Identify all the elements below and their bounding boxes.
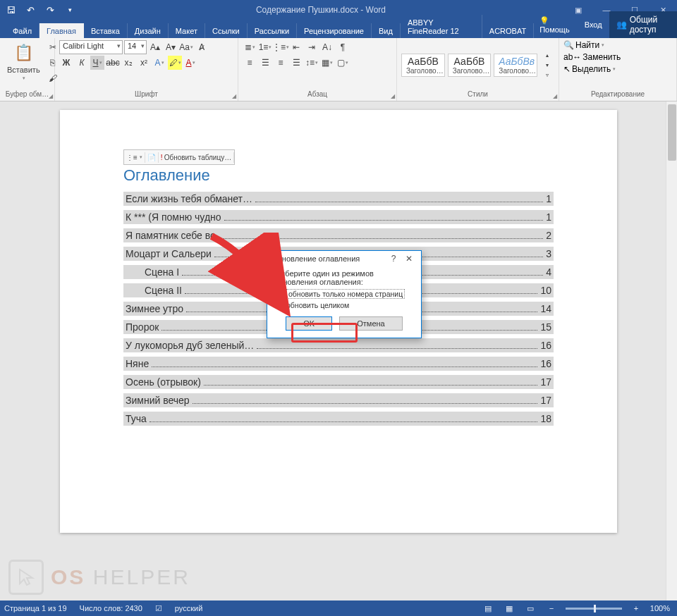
- cancel-button[interactable]: Отмена: [339, 316, 402, 331]
- tab-design[interactable]: Дизайн: [128, 23, 169, 38]
- replace-button[interactable]: ab↔Заменить: [563, 52, 621, 62]
- tab-view[interactable]: Вид: [372, 23, 401, 38]
- shading-icon[interactable]: ▦▾: [320, 56, 334, 70]
- help-button[interactable]: 💡 Помощь: [534, 13, 578, 37]
- multilevel-icon[interactable]: ⋮≡▾: [274, 40, 288, 54]
- underline-icon[interactable]: Ч▾: [90, 56, 104, 70]
- radio-update-page-numbers[interactable]: обновить только номера страниц: [274, 289, 414, 299]
- numbering-icon[interactable]: 1≡▾: [258, 40, 272, 54]
- tab-home[interactable]: Главная: [39, 23, 84, 38]
- subscript-icon[interactable]: x₂: [121, 56, 135, 70]
- toc-document-icon[interactable]: 📄: [145, 152, 159, 163]
- status-page[interactable]: Страница 1 из 19: [4, 604, 67, 612]
- select-button[interactable]: ↖Выделить▾: [563, 64, 616, 74]
- font-color-icon[interactable]: A▾: [183, 56, 197, 70]
- line-spacing-icon[interactable]: ↕≡▾: [305, 56, 319, 70]
- undo-icon[interactable]: ↶: [23, 2, 38, 18]
- show-marks-icon[interactable]: ¶: [336, 40, 350, 54]
- toc-menu-icon[interactable]: ⋮≡▾: [124, 152, 145, 163]
- align-right-icon[interactable]: ≡: [274, 56, 288, 70]
- qat-customize-icon[interactable]: ▾: [62, 2, 78, 18]
- style-heading3[interactable]: АаБбВв Заголово…: [494, 54, 537, 77]
- select-label: Выделить: [572, 64, 611, 74]
- toc-entry[interactable]: Если жизнь тебя обманет…1: [123, 192, 554, 206]
- strike-icon[interactable]: abc: [106, 56, 120, 70]
- styles-launcher-icon[interactable]: ◢: [553, 93, 557, 99]
- radio-update-entire[interactable]: обновить целиком: [274, 300, 414, 309]
- clear-format-icon[interactable]: A̷: [195, 40, 209, 54]
- radio-input-2[interactable]: [274, 300, 283, 309]
- toc-entry[interactable]: Няне16: [123, 357, 554, 371]
- font-size-combo[interactable]: 14: [124, 40, 147, 54]
- status-proofing-icon[interactable]: ☑: [155, 604, 162, 613]
- ok-button[interactable]: OK: [286, 316, 332, 331]
- shrink-font-icon[interactable]: A▾: [164, 40, 178, 54]
- find-button[interactable]: 🔍Найти▾: [563, 40, 604, 50]
- sort-icon[interactable]: A↓: [320, 40, 334, 54]
- increase-indent-icon[interactable]: ⇥: [305, 40, 319, 54]
- font-name-combo[interactable]: Calibri Light: [59, 40, 123, 54]
- italic-icon[interactable]: К: [75, 56, 89, 70]
- bold-icon[interactable]: Ж: [59, 56, 73, 70]
- styles-expand-icon[interactable]: ▿: [540, 70, 554, 80]
- change-case-icon[interactable]: Aa▾: [179, 40, 193, 54]
- align-left-icon[interactable]: ≡: [243, 56, 257, 70]
- dialog-close-icon[interactable]: ✕: [401, 254, 417, 264]
- paste-icon: 📋: [12, 42, 35, 64]
- dialog-help-icon[interactable]: ?: [386, 254, 401, 264]
- highlight-icon[interactable]: 🖊▾: [168, 56, 182, 70]
- status-words[interactable]: Число слов: 2430: [80, 604, 142, 612]
- read-mode-icon[interactable]: ▤: [481, 603, 495, 614]
- toc-update-button[interactable]: ! Обновить таблицу…: [159, 152, 234, 163]
- toc-entry[interactable]: У лукоморья дуб зеленый…16: [123, 338, 554, 352]
- select-icon: ↖: [563, 64, 571, 74]
- toc-entry-text: Зимнее утро: [126, 303, 183, 314]
- status-language[interactable]: русский: [175, 604, 202, 612]
- style-heading1[interactable]: АаБбВ Заголово…: [401, 54, 445, 77]
- tab-abbyy[interactable]: ABBYY FineReader 12: [401, 15, 482, 38]
- print-layout-icon[interactable]: ▦: [502, 603, 516, 614]
- tab-insert[interactable]: Вставка: [84, 23, 128, 38]
- redo-icon[interactable]: ↷: [42, 2, 58, 18]
- tab-layout[interactable]: Макет: [169, 23, 205, 38]
- toc-title: Оглавление: [123, 166, 554, 185]
- web-layout-icon[interactable]: ▭: [523, 603, 537, 614]
- styles-scroll-up-icon[interactable]: ▴: [540, 51, 554, 61]
- tab-references[interactable]: Ссылки: [205, 23, 248, 38]
- tab-review[interactable]: Рецензирование: [297, 23, 372, 38]
- tab-acrobat[interactable]: ACROBAT: [482, 23, 534, 38]
- toc-entry[interactable]: Зимний вечер17: [123, 393, 554, 407]
- zoom-in-icon[interactable]: +: [629, 603, 643, 614]
- clipboard-launcher-icon[interactable]: ◢: [49, 93, 53, 99]
- paste-button[interactable]: 📋 Вставить ▾: [4, 40, 43, 82]
- signin-button[interactable]: Вход: [579, 17, 608, 32]
- vertical-scrollbar[interactable]: [666, 101, 677, 600]
- toc-entry[interactable]: Я памятник себе во2: [123, 228, 554, 242]
- save-icon[interactable]: 🖫: [3, 2, 18, 18]
- radio-input-1[interactable]: [274, 290, 283, 299]
- align-center-icon[interactable]: ☰: [258, 56, 272, 70]
- tab-mailings[interactable]: Рассылки: [248, 23, 297, 38]
- styles-scroll-down-icon[interactable]: ▾: [540, 61, 554, 70]
- style-heading2[interactable]: АаБбВ Заголово…: [448, 54, 492, 77]
- zoom-out-icon[interactable]: −: [544, 603, 559, 614]
- toc-entry[interactable]: Осень (отрывок)17: [123, 375, 554, 389]
- toc-entry-page: 14: [540, 303, 551, 314]
- share-button[interactable]: 👥Общий доступ: [609, 11, 677, 38]
- scrollbar-thumb[interactable]: [668, 104, 676, 161]
- tab-file[interactable]: Файл: [6, 23, 39, 38]
- superscript-icon[interactable]: x²: [137, 56, 151, 70]
- bullets-icon[interactable]: ≣▾: [243, 40, 257, 54]
- toc-entry[interactable]: К *** (Я помню чудно1: [123, 210, 554, 224]
- grow-font-icon[interactable]: A▴: [148, 40, 162, 54]
- justify-icon[interactable]: ☰: [289, 56, 303, 70]
- zoom-slider[interactable]: [566, 608, 622, 610]
- toc-entry[interactable]: Туча18: [123, 412, 554, 426]
- text-effects-icon[interactable]: A▾: [152, 56, 166, 70]
- document-workspace[interactable]: ⋮≡▾ 📄 ! Обновить таблицу… Оглавление Есл…: [0, 101, 677, 600]
- borders-icon[interactable]: ▢▾: [336, 56, 350, 70]
- font-launcher-icon[interactable]: ◢: [232, 93, 236, 99]
- zoom-value[interactable]: 100%: [650, 604, 670, 612]
- paragraph-launcher-icon[interactable]: ◢: [391, 93, 395, 99]
- decrease-indent-icon[interactable]: ⇤: [289, 40, 303, 54]
